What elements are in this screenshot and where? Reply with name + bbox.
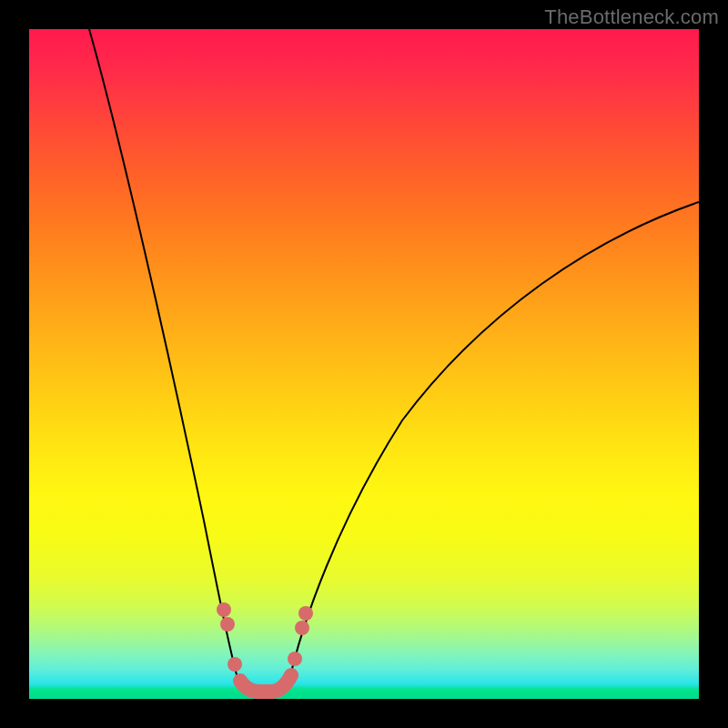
- plot-area: [29, 29, 699, 699]
- marker-dot-left-c: [228, 657, 242, 672]
- marker-dot-left-a: [217, 602, 231, 617]
- curve-right-branch: [288, 202, 699, 688]
- marker-dot-right-b: [295, 621, 309, 635]
- watermark-text: TheBottleneck.com: [544, 5, 719, 29]
- marker-dot-right-c: [298, 606, 313, 621]
- chart-frame: TheBottleneck.com: [0, 0, 728, 728]
- valley-marker-worm: [240, 675, 291, 692]
- marker-dot-right-a: [288, 652, 302, 666]
- marker-dot-left-b: [220, 617, 235, 632]
- curve-left-branch: [89, 29, 240, 688]
- curves-svg: [29, 29, 699, 699]
